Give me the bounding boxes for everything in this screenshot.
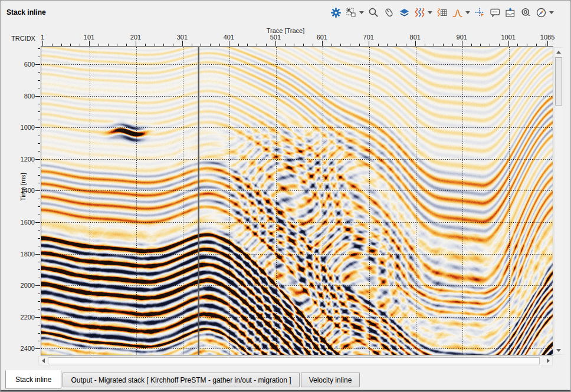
y-minor-tick: [38, 333, 40, 334]
tab-bar: Stack inlineOutput - Migrated stack [ Ki…: [1, 370, 570, 390]
y-tick-label: 1000: [21, 124, 35, 131]
wiggle-display-icon: [414, 7, 425, 18]
x-tick-label: 601: [317, 34, 327, 41]
down-arrow-icon: [556, 349, 561, 352]
y-minor-tick: [38, 72, 40, 73]
x-tick-label: 801: [410, 34, 421, 41]
y-minor-tick: [38, 215, 40, 215]
y-tick-mark: [35, 64, 40, 65]
cursor-tracking-icon: [474, 7, 485, 18]
y-tick-label: 1200: [21, 156, 35, 163]
scroll-up-button[interactable]: [554, 48, 563, 56]
x-axis-unit-label: TRCIDX: [11, 35, 35, 42]
zoom-button[interactable]: [368, 7, 379, 18]
select-mode-button[interactable]: [346, 7, 364, 18]
chevron-down-icon[interactable]: [465, 11, 470, 14]
annotation-button[interactable]: [490, 7, 501, 18]
y-minor-tick: [38, 80, 40, 81]
y-minor-tick: [38, 301, 40, 302]
annotation-icon: [490, 7, 501, 18]
x-tick-label: 101: [84, 34, 94, 41]
y-tick-label: 1800: [21, 251, 35, 258]
seismic-image[interactable]: [41, 47, 553, 355]
y-tick-mark: [35, 254, 40, 255]
x-tick-mark: [182, 41, 183, 46]
scroll-right-button[interactable]: [544, 357, 552, 365]
y-minor-tick: [38, 262, 40, 262]
y-minor-tick: [38, 246, 40, 246]
y-minor-tick: [38, 206, 40, 207]
x-tick-mark: [89, 41, 90, 46]
x-tick-label: 1001: [501, 34, 515, 41]
histogram-button[interactable]: [452, 7, 470, 18]
tab-velocity-inline[interactable]: Velocity inline: [301, 373, 360, 387]
x-tick-label: 1: [41, 34, 44, 41]
toolbar: [330, 6, 554, 19]
right-arrow-icon: [547, 358, 550, 363]
y-minor-tick: [38, 309, 40, 309]
cursor-tracking-button[interactable]: [474, 7, 485, 18]
title-bar: Stack inline: [1, 1, 570, 23]
horizontal-scroll-thumb[interactable]: [48, 357, 540, 364]
y-tick-mark: [35, 222, 40, 223]
y-tick-label: 800: [24, 93, 35, 100]
y-tick-label: 2200: [21, 314, 35, 321]
orientation-compass-icon: [536, 7, 547, 18]
y-minor-tick: [38, 136, 40, 136]
scroll-down-button[interactable]: [554, 346, 563, 354]
y-minor-tick: [38, 278, 40, 278]
qc-loupe-button[interactable]: [520, 7, 531, 18]
x-tick-mark: [415, 41, 416, 46]
x-tick-mark: [322, 41, 323, 46]
y-tick-label: 2000: [21, 282, 35, 289]
x-tick-mark: [229, 41, 229, 46]
orientation-compass-button[interactable]: [536, 7, 554, 18]
y-tick-mark: [35, 159, 40, 160]
y-minor-tick: [38, 57, 40, 57]
histogram-icon: [452, 7, 463, 18]
x-tick-label: 1085: [540, 34, 554, 41]
chevron-down-icon[interactable]: [428, 11, 432, 14]
x-tick-mark: [547, 41, 548, 46]
y-minor-tick: [38, 143, 40, 144]
y-minor-tick: [38, 120, 40, 120]
y-tick-mark: [35, 127, 40, 128]
y-minor-tick: [38, 325, 40, 325]
scroll-left-button[interactable]: [39, 357, 47, 365]
settings-gear-icon: [330, 7, 342, 18]
horizontal-scrollbar[interactable]: [38, 356, 553, 365]
mouse-controls-button[interactable]: [383, 7, 395, 18]
x-tick-mark: [42, 41, 43, 46]
y-tick-mark: [35, 348, 40, 349]
zoom-icon: [368, 7, 379, 18]
y-minor-tick: [38, 238, 40, 239]
left-arrow-icon: [42, 358, 45, 363]
settings-gear-button[interactable]: [330, 7, 342, 18]
chevron-down-icon[interactable]: [359, 11, 364, 14]
chevron-down-icon[interactable]: [549, 11, 554, 14]
tab-output--[interactable]: Output - Migrated stack [ Kirchhoff PreS…: [63, 373, 299, 387]
vertical-scrollbar[interactable]: [554, 47, 563, 355]
y-minor-tick: [38, 151, 40, 151]
y-minor-tick: [38, 175, 40, 176]
y-tick-label: 1400: [21, 187, 35, 194]
y-tick-label: 600: [24, 61, 35, 68]
y-tick-label: 1600: [21, 219, 35, 226]
x-tick-label: 501: [270, 34, 281, 41]
select-mode-icon: [346, 7, 357, 18]
trace-table-button[interactable]: [437, 7, 448, 18]
vertical-scroll-thumb[interactable]: [555, 57, 562, 106]
app-window: Stack inline Trace [Trace] TRCIDX Time […: [0, 0, 571, 392]
y-tick-mark: [35, 190, 40, 191]
up-arrow-icon: [556, 51, 561, 54]
y-minor-tick: [38, 111, 40, 112]
export-image-button[interactable]: [505, 7, 516, 18]
y-minor-tick: [38, 167, 40, 167]
y-minor-tick: [38, 294, 40, 294]
qc-loupe-icon: [520, 7, 531, 18]
y-minor-tick: [38, 48, 40, 49]
wiggle-display-button[interactable]: [414, 7, 432, 18]
x-tick-label: 201: [130, 34, 141, 41]
tab-stack-inline[interactable]: Stack inline: [5, 370, 61, 389]
layers-button[interactable]: [399, 7, 410, 18]
